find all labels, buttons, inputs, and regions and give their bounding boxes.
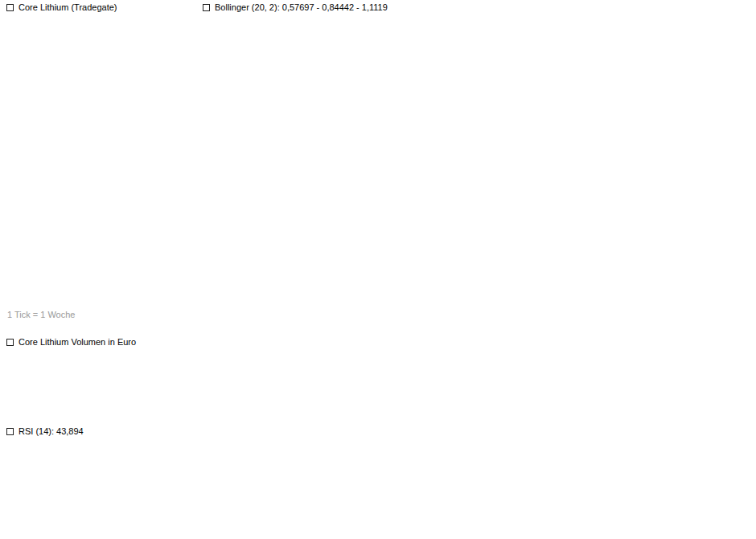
main-series-legend: Core Lithium (Tradegate): [6, 2, 117, 12]
bollinger-legend: Bollinger (20, 2): 0,57697 - 0,84442 - 1…: [203, 2, 388, 12]
main-series-legend-label: Core Lithium (Tradegate): [18, 2, 117, 12]
chart-canvas: [0, 0, 756, 539]
volume-legend: Core Lithium Volumen in Euro: [6, 337, 136, 347]
volume-swatch-icon: [6, 339, 14, 346]
rsi-swatch-icon: [6, 428, 14, 435]
volume-legend-label: Core Lithium Volumen in Euro: [18, 337, 136, 347]
stock-chart-page: Core Lithium (Tradegate) Bollinger (20, …: [0, 0, 756, 539]
bollinger-swatch-icon: [203, 4, 210, 11]
rsi-legend-label: RSI (14): 43,894: [18, 426, 84, 436]
main-series-swatch-icon: [6, 4, 14, 11]
tick-note: 1 Tick = 1 Woche: [7, 310, 75, 319]
bollinger-legend-label: Bollinger (20, 2): 0,57697 - 0,84442 - 1…: [215, 2, 388, 12]
rsi-legend: RSI (14): 43,894: [6, 426, 84, 436]
